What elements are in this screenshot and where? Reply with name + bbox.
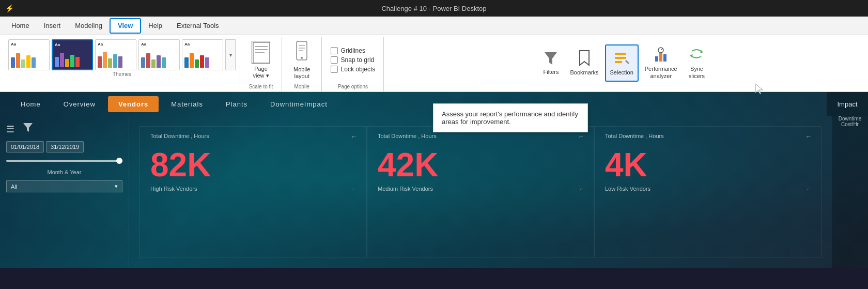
scale-to-fit-label: Scale to fit [249,83,273,92]
snap-to-grid-box[interactable] [331,56,338,64]
kpi-corner-bl-1: ⌐ [353,186,356,192]
date-slider[interactable] [6,160,122,162]
ribbon: Aa Aa [0,35,868,92]
dash-content: ☰ 01/01/2018 31/12/2019 Month & Year [0,116,868,268]
date-slider-fill [6,160,122,162]
theme-card-1[interactable]: Aa [8,39,50,70]
kpi-corner-bl-2: ⌐ [580,186,583,192]
ribbon-group-themes: Aa Aa [4,37,240,92]
page-options-label: Page options [338,83,368,92]
lock-objects-box[interactable] [331,66,338,73]
tab-vendors[interactable]: Vendors [108,96,159,112]
snap-to-grid-checkbox[interactable]: Snap to grid [331,56,376,64]
filters-btn[interactable]: Filters [538,44,564,82]
impact-panel-header: Impact [827,92,868,116]
kpi-card-low-risk[interactable]: Total Downtime , Hours ⌐ 4K Low Risk Ven… [594,126,822,257]
mobile-layout-icon [293,40,310,64]
theme-aa-1: Aa [11,42,47,47]
theme-card-2[interactable]: Aa [52,39,93,70]
title-bar: ⚡ Challenge # 10 - Power BI Desktop [0,0,868,17]
left-panel-icons: ☰ [6,122,122,136]
tab-overview[interactable]: Overview [53,96,106,112]
month-year-dropdown[interactable]: All ▾ [6,180,122,192]
kpi-card-high-risk[interactable]: Total Downtime , Hours ⌐ 82K High Risk V… [140,126,367,257]
kpi-sublabel-text-1: High Risk Vendors [150,186,197,192]
tab-downtime-impact[interactable]: DowntimeImpact [260,96,338,112]
date-end[interactable]: 31/12/2019 [46,141,84,153]
theme-aa-5: Aa [184,42,221,47]
bookmarks-icon [578,50,591,67]
gridlines-label: Gridlines [341,47,365,54]
hamburger-icon[interactable]: ☰ [6,124,14,135]
svg-rect-11 [615,61,622,63]
gridlines-checkbox[interactable]: Gridlines [331,47,376,54]
lock-objects-checkbox[interactable]: Lock objects [331,66,376,73]
mobile-label: Mobile [294,83,309,92]
sync-slicers-btn[interactable]: Syncslicers [684,44,710,82]
theme-aa-2: Aa [55,42,90,47]
kpi-header-2: Total Downtime , Hours ⌐ [378,132,583,140]
bookmarks-btn[interactable]: Bookmarks [565,44,603,82]
menu-view[interactable]: View [110,18,141,34]
kpi-cards: Total Downtime , Hours ⌐ 82K High Risk V… [129,116,832,268]
performance-analyzer-icon [653,46,669,64]
performance-analyzer-label: Performanceanalyzer [645,66,677,79]
filters-label: Filters [543,69,559,75]
theme-card-4[interactable]: Aa [138,39,180,70]
kpi-header-3: Total Downtime , Hours ⌐ [605,132,811,140]
app-icon: ⚡ [5,4,14,12]
gridlines-box[interactable] [331,47,338,54]
selection-label: Selection [610,69,633,76]
filter-funnel-icon[interactable] [23,122,33,136]
theme-dropdown-btn[interactable]: ▾ [225,39,236,70]
kpi-sublabel-text-3: Low Risk Vendors [605,186,650,192]
kpi-card-medium-risk[interactable]: Total Downtime , Hours ⌐ 42K Medium Risk… [367,126,594,257]
month-year-label: Month & Year [6,169,122,175]
snap-to-grid-label: Snap to grid [341,56,375,64]
page-view-btn[interactable]: Pageview ▾ [246,41,275,79]
theme-card-3[interactable]: Aa [95,39,136,70]
date-start[interactable]: 01/01/2018 [6,141,44,153]
theme-card-5[interactable]: Aa [182,39,223,70]
menu-help[interactable]: Help [141,18,169,34]
kpi-value-1: 82K [150,148,356,181]
menu-insert[interactable]: Insert [37,18,68,34]
tab-materials[interactable]: Materials [161,96,213,112]
tab-plants[interactable]: Plants [215,96,258,112]
page-view-label: Pageview ▾ [253,66,269,79]
sync-slicers-icon [689,46,704,64]
left-panel: ☰ 01/01/2018 31/12/2019 Month & Year [0,116,129,268]
ribbon-group-show-panes: Filters Bookmarks [384,37,864,92]
menu-home[interactable]: Home [4,18,37,34]
svg-rect-9 [615,53,626,55]
kpi-sublabel-1: High Risk Vendors ⌐ [150,186,356,192]
kpi-label-1: Total Downtime , Hours [150,133,209,139]
menu-modeling[interactable]: Modeling [68,18,110,34]
sync-slicers-label: Syncslicers [689,66,705,79]
kpi-corner-icon-3: ⌐ [807,132,811,140]
ribbon-group-page-view: Pageview ▾ Scale to fit [240,37,282,92]
lock-objects-label: Lock objects [341,66,376,73]
kpi-label-2: Total Downtime , Hours [378,133,437,139]
menu-external-tools[interactable]: External Tools [169,18,226,34]
page-options-checkboxes: Gridlines Snap to grid Lock objects [331,43,376,77]
impact-label: Impact [837,100,857,108]
performance-analyzer-btn[interactable]: Performanceanalyzer [640,44,683,82]
mobile-layout-btn[interactable]: Mobilelayout [288,41,315,79]
bookmarks-label: Bookmarks [570,69,598,76]
kpi-label-3: Total Downtime , Hours [605,133,664,139]
kpi-header-1: Total Downtime , Hours ⌐ [150,132,356,140]
kpi-sublabel-2: Medium Risk Vendors ⌐ [378,186,583,192]
date-range: 01/01/2018 31/12/2019 [6,141,122,153]
impact-panel: Downtime Cost/Hr [832,116,868,268]
selection-icon [614,50,629,67]
date-slider-thumb[interactable] [116,158,122,164]
kpi-value-2: 42K [378,148,583,181]
tab-home[interactable]: Home [10,96,51,112]
filters-icon [544,50,558,67]
theme-aa-3: Aa [98,42,134,47]
kpi-corner-icon-1: ⌐ [352,132,356,140]
svg-line-17 [661,49,662,50]
selection-btn[interactable]: Selection [605,44,639,82]
page-view-icon [252,41,270,64]
